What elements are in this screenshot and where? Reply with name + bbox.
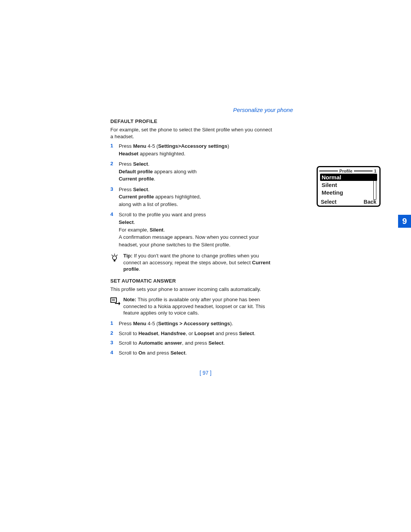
- step-body: Press Select. Current profile appears hi…: [119, 186, 214, 209]
- phone-screen: Profile 1 Normal Silent Meeting Select B…: [317, 166, 381, 207]
- phone-title: Profile: [338, 169, 354, 173]
- profile-item-normal: Normal: [320, 174, 377, 181]
- tip-body: Tip: If you don't want the phone to chan…: [123, 252, 293, 273]
- divider-line: [354, 171, 373, 171]
- step-number: 2: [110, 330, 119, 337]
- profile-item-meeting: Meeting: [320, 189, 377, 196]
- step-number: 1: [110, 143, 119, 158]
- step-body: Press Menu 4-5 (Settings>Accessory setti…: [119, 143, 293, 158]
- step-body: Press Menu 4-5 (Settings > Accessory set…: [119, 320, 293, 327]
- lightbulb-icon: [110, 252, 123, 273]
- phone-title-row: Profile 1: [319, 169, 378, 173]
- svg-rect-4: [114, 260, 116, 260]
- list-item: 2 Scroll to Headset, Handsfree, or Loops…: [110, 330, 293, 337]
- svg-rect-6: [111, 298, 116, 302]
- list-item: 1 Press Menu 4-5 (Settings>Accessory set…: [110, 143, 293, 158]
- manual-page: 9 Profile 1 Normal Silent Meeting Select…: [0, 0, 411, 532]
- ordered-list: 1 Press Menu 4-5 (Settings>Accessory set…: [110, 143, 293, 249]
- phone-page-indicator: 1: [373, 169, 378, 173]
- step-number: 2: [110, 161, 119, 183]
- phone-screen-figure: Profile 1 Normal Silent Meeting Select B…: [317, 166, 381, 207]
- list-item: 3 Press Select. Current profile appears …: [110, 186, 293, 209]
- body-text: This profile sets your phone to answer i…: [110, 286, 293, 293]
- step-number: 4: [110, 211, 119, 249]
- chapter-tab: 9: [398, 215, 411, 228]
- phone-scrollbar: [373, 176, 376, 200]
- step-body: Scroll to Headset, Handsfree, or Loopset…: [119, 330, 293, 337]
- note-body: Note: This profile is available only aft…: [123, 296, 293, 316]
- phone-softkey-row: Select Back: [319, 198, 378, 205]
- step-body: Scroll to Automatic answer, and press Se…: [119, 340, 293, 347]
- list-item: 4 Scroll to On and press Select.: [110, 350, 293, 356]
- list-item: 2 Press Select. Default profile appears …: [110, 161, 293, 183]
- step-number: 1: [110, 320, 119, 327]
- running-header: Personalize your phone: [110, 107, 293, 113]
- step-body: Press Select. Default profile appears al…: [119, 161, 214, 183]
- chapter-number: 9: [402, 216, 407, 226]
- phone-scrollbar-thumb: [374, 177, 376, 181]
- step-body: Scroll to On and press Select.: [119, 350, 293, 356]
- page-number: [ 97 ]: [0, 370, 411, 376]
- svg-line-0: [112, 255, 113, 256]
- step-number: 4: [110, 350, 119, 356]
- list-item: 1 Press Menu 4-5 (Settings > Accessory s…: [110, 320, 293, 327]
- heading-set-automatic-answer: SET AUTOMATIC ANSWER: [110, 278, 293, 284]
- svg-rect-5: [114, 261, 115, 262]
- tip-callout: Tip: If you don't want the phone to chan…: [110, 252, 293, 273]
- heading-default-profile: DEFAULT PROFILE: [110, 118, 293, 124]
- ordered-list: 1 Press Menu 4-5 (Settings > Accessory s…: [110, 320, 293, 356]
- step-number: 3: [110, 340, 119, 347]
- svg-line-1: [116, 255, 118, 256]
- page-content: Personalize your phone DEFAULT PROFILE F…: [110, 107, 293, 356]
- list-item: 4 Scroll to the profile you want and pre…: [110, 211, 293, 249]
- step-body: Scroll to the profile you want and press…: [119, 211, 293, 249]
- body-text: For example, set the phone to select the…: [110, 126, 293, 140]
- svg-point-3: [113, 256, 117, 260]
- note-callout: Note: This profile is available only aft…: [110, 296, 293, 316]
- profile-item-silent: Silent: [320, 181, 377, 189]
- note-icon: [110, 296, 123, 316]
- list-item: 3 Scroll to Automatic answer, and press …: [110, 340, 293, 347]
- softkey-left: Select: [321, 199, 336, 205]
- divider-line: [319, 171, 338, 171]
- step-number: 3: [110, 186, 119, 209]
